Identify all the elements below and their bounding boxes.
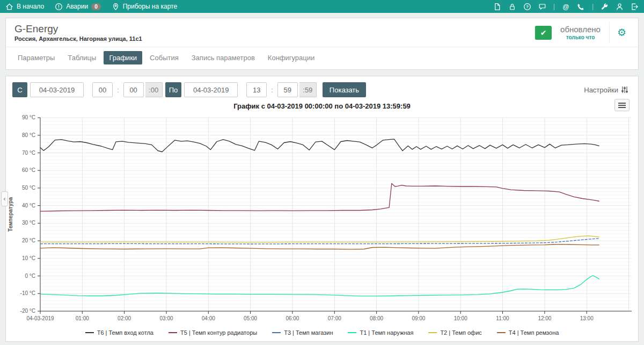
svg-text:05:00: 05:00 <box>244 315 257 321</box>
colon-separator: : <box>269 86 275 94</box>
svg-text:80 °C: 80 °C <box>22 132 35 138</box>
check-icon: ✔ <box>540 28 547 37</box>
legend-swatch <box>272 332 281 333</box>
tab-5[interactable]: Запись параметров <box>186 51 260 64</box>
svg-text:02:00: 02:00 <box>118 315 131 321</box>
tab-4[interactable]: События <box>144 51 184 64</box>
separator: | <box>592 3 594 10</box>
svg-text:03:00: 03:00 <box>159 315 173 321</box>
svg-text:04-03-2019: 04-03-2019 <box>26 315 54 321</box>
chart-settings-button[interactable]: Настройки <box>584 86 632 94</box>
legend-item[interactable]: T6 | Темп вход котла <box>85 329 153 336</box>
phone-icon[interactable] <box>577 3 585 11</box>
updated-check-button[interactable]: ✔ <box>535 26 552 40</box>
legend-label: T6 | Темп вход котла <box>97 329 153 336</box>
object-header-panel: G-Energy Россия, Архангельск, Нагорная у… <box>5 18 639 70</box>
status-text: обновлено <box>560 25 601 34</box>
svg-text:0 °C: 0 °C <box>25 273 35 279</box>
to-date-input[interactable] <box>184 82 238 97</box>
svg-text:04:00: 04:00 <box>202 315 215 321</box>
svg-text:11:00: 11:00 <box>496 315 509 321</box>
legend-item[interactable]: T5 | Темп контур радиаторы <box>169 329 257 336</box>
at-icon[interactable]: @ <box>562 3 570 11</box>
help-icon[interactable]: ? <box>523 3 531 11</box>
user-icon[interactable] <box>616 3 624 11</box>
legend-item[interactable]: T3 | Темп магазин <box>272 329 333 336</box>
svg-text:20 °C: 20 °C <box>22 238 35 243</box>
home-icon <box>5 3 13 11</box>
chart-panel: С : :00 По : :59 Показать Настройки Граф… <box>5 76 639 342</box>
chart-legend: T6 | Темп вход котлаT5 | Темп контур рад… <box>6 329 638 336</box>
tab-1[interactable]: Параметры <box>12 51 60 64</box>
nav-item[interactable]: В начало <box>5 3 44 11</box>
tab-bar: ПараметрыТаблицыГрафикиСобытияЗапись пар… <box>6 47 638 69</box>
nav-item-label: В начало <box>17 3 44 10</box>
lock-icon[interactable] <box>508 3 516 11</box>
nav-item-label: Аварии <box>66 3 88 10</box>
show-button[interactable]: Показать <box>323 82 366 97</box>
svg-text:60 °C: 60 °C <box>22 167 35 173</box>
from-hour-input[interactable] <box>92 82 113 97</box>
sliders-icon <box>621 86 628 94</box>
legend-item[interactable]: T2 | Темп офис <box>428 329 481 336</box>
legend-label: T1 | Темп наружная <box>360 329 413 336</box>
chart-plot-area[interactable]: -20 °C-10 °C0 °C10 °C20 °C30 °C40 °C50 °… <box>6 111 638 328</box>
svg-text:Температура: Температура <box>8 197 13 232</box>
svg-text:-10 °C: -10 °C <box>20 290 35 296</box>
update-status: обновлено только что <box>552 25 609 40</box>
svg-text:?: ? <box>526 4 529 9</box>
nav-item-label: Приборы на карте <box>123 3 177 10</box>
legend-swatch <box>169 332 177 333</box>
tab-3[interactable]: Графики <box>104 51 142 64</box>
sidebar-collapse-button[interactable]: ‹ <box>1 191 8 206</box>
svg-text:09:00: 09:00 <box>412 315 425 321</box>
to-seconds: :59 <box>299 82 317 97</box>
svg-text:30 °C: 30 °C <box>22 220 35 226</box>
from-date-input[interactable] <box>30 82 84 97</box>
page-title: G-Energy <box>14 24 142 35</box>
nav-item[interactable]: Приборы на карте <box>112 3 177 11</box>
legend-swatch <box>428 332 437 333</box>
navbar-icons: ?|@| <box>493 3 639 11</box>
tab-2[interactable]: Таблицы <box>62 51 101 64</box>
svg-text:50 °C: 50 °C <box>22 185 35 191</box>
legend-swatch <box>348 332 356 333</box>
chart-context-menu-button[interactable] <box>614 99 630 111</box>
object-address: Россия, Архангельск, Нагорная улица, 11с… <box>14 35 142 42</box>
wrench-icon[interactable] <box>601 3 609 11</box>
chat-icon[interactable] <box>538 3 546 11</box>
nav-item[interactable]: Аварии0 <box>55 3 101 11</box>
from-label: С <box>12 82 27 97</box>
to-minute-input[interactable] <box>277 82 298 97</box>
alarm-count-badge: 0 <box>91 3 101 10</box>
legend-label: T3 | Темп магазин <box>284 329 333 336</box>
alert-icon <box>55 3 63 11</box>
to-label: По <box>165 82 182 97</box>
period-filter: С : :00 По : :59 Показать Настройки <box>6 76 638 98</box>
status-time: только что <box>560 34 601 40</box>
colon-separator: : <box>115 86 121 94</box>
svg-text:10:00: 10:00 <box>454 315 467 321</box>
file-icon[interactable] <box>493 3 501 11</box>
from-minute-input[interactable] <box>123 82 144 97</box>
to-hour-input[interactable] <box>246 82 267 97</box>
svg-text:08:00: 08:00 <box>370 315 383 321</box>
tab-6[interactable]: Конфигурации <box>262 51 320 64</box>
gear-icon[interactable]: ⚙ <box>609 22 630 44</box>
navbar-menu: В началоАварии0Приборы на карте <box>5 3 177 11</box>
object-info: G-Energy Россия, Архангельск, Нагорная у… <box>14 24 142 42</box>
legend-item[interactable]: T1 | Темп наружная <box>348 329 413 336</box>
svg-text:10 °C: 10 °C <box>22 255 35 261</box>
svg-text:13:00: 13:00 <box>580 315 594 321</box>
from-seconds: :00 <box>145 82 163 97</box>
legend-label: T5 | Темп контур радиаторы <box>180 329 257 336</box>
svg-text:06:00: 06:00 <box>286 315 299 321</box>
legend-item[interactable]: T4 | Темп ремзона <box>497 329 559 336</box>
logout-icon[interactable] <box>631 3 639 11</box>
svg-text:40 °C: 40 °C <box>22 203 35 209</box>
map-pin-icon <box>112 3 120 11</box>
chevron-left-icon: ‹ <box>4 195 6 203</box>
svg-text:@: @ <box>562 3 569 10</box>
svg-text:-20 °C: -20 °C <box>20 308 35 314</box>
legend-label: T2 | Темп офис <box>440 329 481 336</box>
